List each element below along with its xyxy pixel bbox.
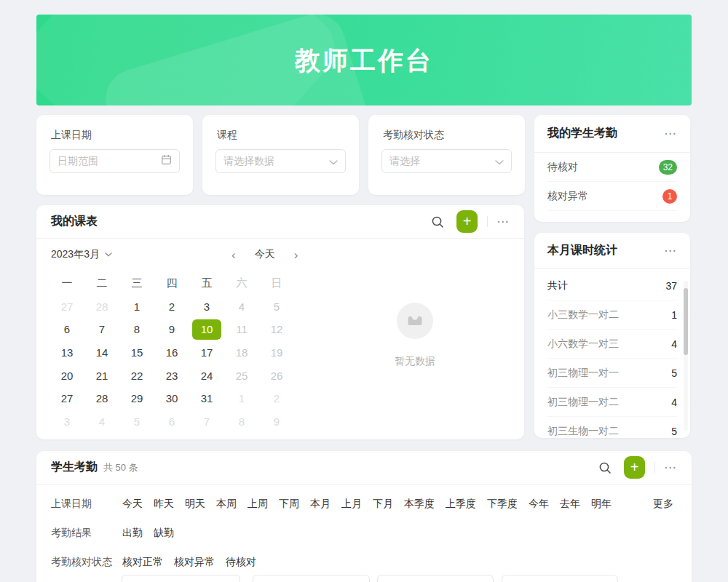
filter-option[interactable]: 昨天: [154, 498, 174, 511]
calendar-nav: 2023年3月 ‹ 今天 ›: [36, 239, 524, 271]
calendar-day[interactable]: 24: [189, 364, 224, 387]
filter-option[interactable]: 明年: [591, 498, 612, 511]
status-filter-label: 考勤核对状态: [383, 129, 525, 142]
column-filter-input[interactable]: [122, 575, 240, 582]
empty-state: 暂无数据: [342, 303, 488, 368]
calendar-day[interactable]: 25: [224, 364, 259, 387]
calendar-day[interactable]: 5: [119, 410, 154, 434]
date-filter-label: 上课日期: [51, 129, 193, 142]
filter-option[interactable]: 待核对: [226, 556, 256, 569]
calendar-day[interactable]: 29: [119, 387, 154, 410]
calendar-day[interactable]: 4: [224, 295, 259, 319]
more-menu-icon[interactable]: ···: [665, 128, 677, 140]
add-button[interactable]: +: [624, 456, 645, 479]
calendar-day[interactable]: 1: [119, 295, 154, 319]
my-timetable-card: 我的课表 + ··· 2023年3月 ‹ 今天 › 一: [36, 205, 524, 439]
today-button[interactable]: 今天: [255, 248, 275, 261]
attendance-status-row[interactable]: 待核对 32: [547, 153, 677, 182]
calendar-day[interactable]: 27: [50, 295, 84, 319]
calendar-day[interactable]: 8: [224, 410, 259, 434]
calendar-day[interactable]: 7: [189, 410, 224, 434]
next-arrow[interactable]: ›: [294, 249, 298, 261]
calendar-day[interactable]: 22: [119, 364, 154, 387]
filter-option[interactable]: 本季度: [404, 498, 435, 511]
calendar-day[interactable]: 9: [154, 318, 189, 341]
date-range-placeholder: 日期范围: [58, 155, 98, 168]
month-select[interactable]: 2023年3月: [51, 248, 112, 261]
more-options-link[interactable]: 更多: [653, 498, 673, 511]
calendar-day[interactable]: 12: [259, 318, 294, 341]
calendar-day[interactable]: 27: [50, 387, 84, 410]
search-icon[interactable]: [431, 215, 444, 228]
more-menu-icon[interactable]: ···: [665, 245, 677, 257]
calendar-day[interactable]: 26: [259, 364, 294, 387]
calendar-day[interactable]: 18: [224, 341, 259, 364]
calendar-day[interactable]: 21: [84, 364, 119, 387]
weekday-header: 四: [154, 272, 189, 295]
calendar-day[interactable]: 3: [189, 295, 224, 319]
calendar-day[interactable]: 3: [50, 410, 84, 434]
filter-option[interactable]: 上季度: [446, 498, 476, 511]
column-filter-input[interactable]: [502, 575, 618, 582]
calendar-day[interactable]: 5: [259, 295, 294, 319]
filter-option[interactable]: 去年: [560, 498, 580, 511]
filter-option[interactable]: 上月: [341, 498, 362, 511]
attendance-status-row[interactable]: 核对异常 1: [547, 182, 677, 211]
more-menu-icon[interactable]: ···: [497, 216, 510, 228]
calendar-day[interactable]: 2: [259, 387, 294, 410]
course-select[interactable]: 请选择数据: [215, 149, 346, 173]
calendar-day[interactable]: 30: [154, 387, 189, 410]
filter-option[interactable]: 今年: [529, 498, 549, 511]
prev-arrow[interactable]: ‹: [232, 249, 236, 261]
calendar-day[interactable]: 2: [154, 295, 189, 319]
filter-option[interactable]: 下周: [279, 498, 299, 511]
calendar-day[interactable]: 1: [224, 387, 259, 410]
calendar-day[interactable]: 20: [50, 364, 84, 387]
calendar-day[interactable]: 6: [154, 410, 189, 434]
calendar-day[interactable]: 4: [84, 410, 119, 434]
calendar-day[interactable]: 13: [50, 341, 84, 364]
status-select[interactable]: 请选择: [381, 149, 512, 173]
calendar-day[interactable]: 8: [119, 318, 154, 341]
filter-option[interactable]: 缺勤: [154, 527, 174, 540]
hours-stats-title: 本月课时统计: [547, 243, 617, 258]
calendar-day[interactable]: 19: [259, 341, 294, 364]
calendar-day[interactable]: 7: [84, 318, 119, 341]
filter-option[interactable]: 下季度: [487, 498, 518, 511]
filter-option[interactable]: 核对正常: [122, 556, 163, 569]
count-badge: 32: [659, 160, 677, 175]
calendar-day[interactable]: 31: [189, 387, 224, 410]
column-filter-input[interactable]: [253, 575, 370, 582]
filter-option[interactable]: 明天: [185, 498, 205, 511]
calendar-day[interactable]: 28: [84, 295, 119, 319]
calendar-day[interactable]: 11: [224, 318, 259, 341]
calendar-day[interactable]: 9: [259, 410, 294, 434]
calendar-day[interactable]: 16: [154, 341, 189, 364]
attendance-status-label: 核对异常: [547, 190, 588, 203]
filter-card-date: 上课日期 日期范围: [36, 115, 193, 195]
column-filter-input[interactable]: [377, 575, 494, 582]
add-button[interactable]: +: [456, 210, 478, 233]
date-range-input[interactable]: 日期范围: [50, 149, 180, 173]
calendar-day[interactable]: 14: [84, 341, 119, 364]
calendar-day[interactable]: 6: [50, 318, 84, 341]
filter-option[interactable]: 出勤: [122, 527, 143, 540]
filter-option[interactable]: 本月: [310, 498, 331, 511]
calendar-day[interactable]: 28: [84, 387, 119, 410]
filter-card-course: 课程 请选择数据: [202, 115, 359, 195]
filter-option[interactable]: 上周: [248, 498, 268, 511]
calendar-day[interactable]: 17: [189, 341, 224, 364]
calendar-icon: [161, 154, 172, 168]
search-icon[interactable]: [598, 461, 612, 474]
calendar-day[interactable]: 15: [119, 341, 154, 364]
calendar-day[interactable]: 23: [154, 364, 189, 387]
scrollbar-thumb[interactable]: [684, 288, 688, 355]
filter-option[interactable]: 今天: [122, 498, 143, 511]
count-badge: 1: [662, 189, 677, 204]
chevron-down-icon: [495, 155, 504, 168]
calendar-day[interactable]: 10: [192, 319, 221, 340]
more-menu-icon[interactable]: ···: [665, 462, 677, 474]
filter-option[interactable]: 下月: [373, 498, 393, 511]
filter-option[interactable]: 核对异常: [174, 556, 215, 569]
filter-option[interactable]: 本周: [216, 498, 237, 511]
